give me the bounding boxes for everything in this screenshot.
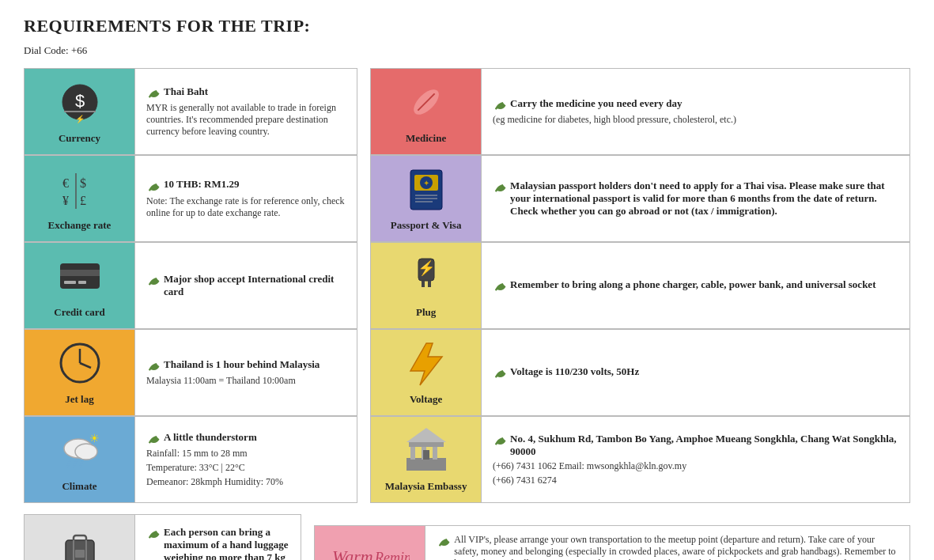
leaf-icon	[146, 85, 164, 100]
card-content-cell: Major shop accept International credit c…	[135, 243, 357, 329]
title-row: Voltage is 110/230 volts, 50Hz	[493, 365, 898, 380]
card-content-cell: Voltage is 110/230 volts, 50Hz	[482, 330, 910, 416]
right-card-wrapper: Malaysia Embassy No. 4, Sukhum Rd, Tambo…	[370, 416, 910, 503]
card-title: Thai Baht	[164, 85, 208, 98]
dial-code: Dial Code: +66	[24, 44, 910, 57]
spacer	[357, 155, 370, 242]
card-label: Exchange rate	[31, 219, 128, 232]
left-card-wrapper: €$¥£ Exchange rate 10 THB: RM1.29 Note: …	[24, 155, 357, 242]
bottom-table: Luggage Each person can bring a maximum …	[24, 503, 910, 560]
warm-reminder-content: All VIP's, please arrange your own trans…	[425, 526, 910, 561]
svg-rect-21	[60, 270, 100, 276]
card-icon	[31, 252, 128, 303]
card-content-cell: 10 THB: RM1.29 Note: The exchange rate i…	[135, 156, 357, 242]
card-icon-cell: ☀ Climate	[25, 417, 135, 503]
svg-text:£: £	[80, 194, 86, 207]
card-icon-cell: Medicine	[371, 69, 482, 155]
spacer	[357, 242, 370, 329]
svg-text:⚡: ⚡	[418, 259, 436, 277]
card-title: Voltage is 110/230 volts, 50Hz	[510, 365, 639, 378]
svg-line-34	[67, 460, 70, 467]
svg-line-30	[80, 363, 91, 368]
bottom-right-wrapper: WarmReminder All VIP's, please arrange y…	[314, 503, 910, 560]
right-card-wrapper: Voltage Voltage is 110/230 volts, 50Hz	[370, 329, 910, 416]
card-title: 10 THB: RM1.29	[164, 178, 239, 191]
svg-marker-31	[410, 343, 442, 385]
svg-rect-38	[406, 458, 446, 471]
svg-text:Warm: Warm	[332, 547, 373, 560]
svg-line-35	[74, 460, 77, 467]
card-content-cell: Carry the medicine you need every day (e…	[482, 69, 910, 155]
card-content-cell: Thailand is 1 hour behind Malaysia Malay…	[135, 330, 357, 416]
card-title: Thailand is 1 hour behind Malaysia	[164, 358, 320, 371]
card-label: Plug	[377, 306, 475, 319]
leaf-icon	[493, 180, 510, 194]
card-icon: ☀	[31, 426, 128, 477]
card-icon	[377, 426, 475, 477]
page-title: REQUIREMENTS FOR THE TRIP:	[24, 16, 910, 36]
svg-rect-46	[74, 535, 86, 542]
card-content-cell: Thai Baht MYR is generally not available…	[135, 69, 357, 155]
warm-body: All VIP's, please arrange your own trans…	[454, 534, 898, 560]
left-card-wrapper: Credit card Major shop accept Internatio…	[24, 242, 357, 329]
right-card-wrapper: ⚡ Plug Remember to bring along a phone c…	[370, 242, 910, 329]
leaf-icon	[146, 526, 164, 540]
svg-text:⚡: ⚡	[75, 114, 85, 124]
svg-text:☀: ☀	[89, 433, 100, 445]
card-icon-cell: Credit card	[25, 243, 135, 329]
card-icon	[377, 339, 475, 390]
card-title: Malaysian passport holders don't need to…	[510, 180, 898, 218]
right-card-wrapper: ✦ Passport & Visa Malaysian passport hol…	[370, 155, 910, 242]
leaf-icon	[146, 431, 164, 445]
card-label: Voltage	[377, 393, 475, 406]
leaf-icon	[146, 178, 164, 192]
main-table: $⚡ Currency Thai Baht MYR is generally n…	[24, 68, 910, 503]
card-icon-cell: Malaysia Embassy	[371, 417, 482, 503]
svg-text:€: €	[62, 176, 69, 190]
card-content-cell: No. 4, Sukhum Rd, Tambon Bo Yang, Amphoe…	[482, 417, 910, 503]
card-body: (eg medicine for diabetes, high blood pr…	[493, 114, 898, 126]
card-icon: $⚡	[31, 78, 128, 129]
svg-text:Reminder: Reminder	[374, 550, 410, 560]
spacer	[357, 416, 370, 503]
card-body: Malaysia 11:00am = Thailand 10:00am	[146, 375, 346, 387]
card-label: Climate	[31, 480, 128, 493]
svg-rect-42	[409, 442, 444, 447]
card-content-cell: Each person can bring a maximum of a han…	[135, 515, 301, 561]
card-body: (+66) 7431 6274	[493, 475, 898, 486]
right-card-wrapper: Medicine Carry the medicine you need eve…	[370, 68, 910, 155]
card-body: Temperature: 33°C | 22°C	[146, 462, 346, 474]
left-card-wrapper: $⚡ Currency Thai Baht MYR is generally n…	[24, 68, 357, 155]
card-label: Passport & Visa	[377, 219, 475, 232]
card-title: No. 4, Sukhum Rd, Tambon Bo Yang, Amphoe…	[510, 433, 898, 458]
svg-rect-23	[78, 281, 86, 284]
card-icon-cell: ✦ Passport & Visa	[371, 156, 482, 242]
spacer	[301, 503, 314, 560]
card-icon: €$¥£	[31, 165, 128, 216]
title-row: A little thunderstorm	[146, 431, 346, 445]
card-content-cell: A little thunderstorm Rainfall: 15 mm to…	[135, 417, 357, 503]
title-row: Remember to bring along a phone charger,…	[493, 278, 898, 293]
spacer	[357, 68, 370, 155]
card-body: Rainfall: 15 mm to 28 mm	[146, 448, 346, 460]
title-row: Major shop accept International credit c…	[146, 273, 346, 298]
svg-rect-51	[75, 550, 85, 558]
card-icon-cell: $⚡ Currency	[25, 69, 135, 155]
card-content-cell: Remember to bring along a phone charger,…	[482, 243, 910, 329]
leaf-icon	[146, 358, 164, 373]
card-label: Malaysia Embassy	[377, 480, 475, 493]
svg-text:$: $	[74, 91, 84, 111]
leaf-icon	[146, 273, 164, 287]
card-title: A little thunderstorm	[164, 431, 257, 444]
svg-text:¥: ¥	[62, 194, 69, 207]
title-row: Malaysian passport holders don't need to…	[493, 180, 898, 218]
card-icon-cell: Jet lag	[25, 330, 135, 416]
card-title: Carry the medicine you need every day	[510, 97, 682, 110]
leaf-icon	[493, 278, 510, 293]
card-content-cell: Malaysian passport holders don't need to…	[482, 156, 910, 242]
title-row: Carry the medicine you need every day	[493, 97, 898, 112]
warm-reminder-icon: WarmReminder	[315, 526, 425, 561]
card-icon-cell: Luggage	[25, 515, 135, 561]
leaf-icon	[493, 433, 510, 447]
card-body: (+66) 7431 1062 Email: mwsongkhla@kln.go…	[493, 460, 898, 472]
